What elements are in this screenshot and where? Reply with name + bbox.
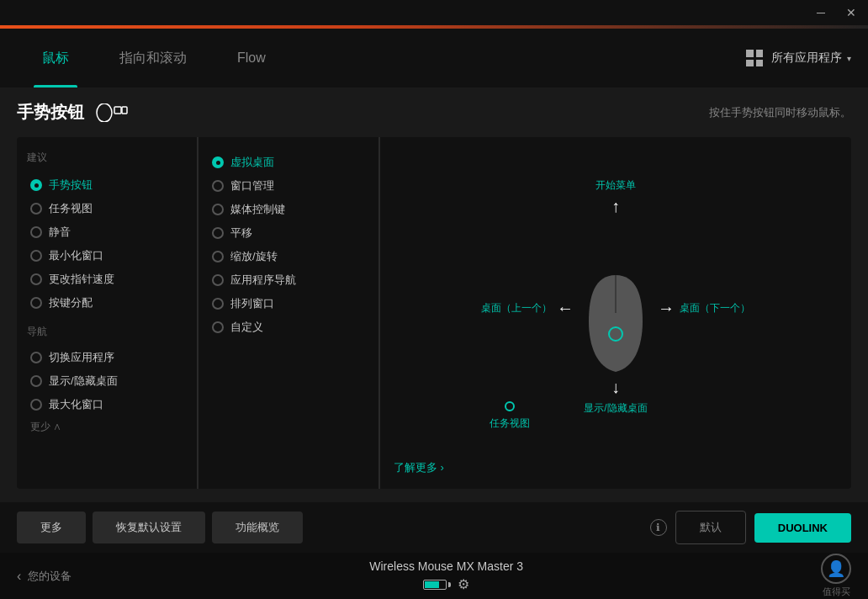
info-icon[interactable]: ℹ (650, 519, 667, 536)
radio-pointer-speed (30, 273, 42, 285)
menu-item-taskview[interactable]: 任务视图 (27, 197, 187, 220)
mid-item-tile[interactable]: 排列窗口 (209, 292, 368, 315)
main-content: 手势按钮 按住手势按钮同时移动鼠标。 建议 手势按钮 任务视图 (0, 87, 868, 502)
right-column: 开始菜单 ↑ 桌面（上一个） ← (380, 137, 851, 489)
left-arrow-icon: ← (557, 298, 574, 317)
section-icon (94, 103, 128, 122)
task-view-label: 任务视图 (490, 417, 530, 429)
right-label: 桌面（下一个） (680, 300, 750, 315)
mid-item-pan[interactable]: 平移 (209, 221, 368, 245)
radio-virtual-desktop (212, 156, 224, 168)
grid-view-icon[interactable] (746, 50, 763, 66)
radio-media (212, 204, 224, 215)
footer-center: Wireless Mouse MX Master 3 ⚙ (71, 559, 821, 592)
title-bar: ─ ✕ (0, 0, 868, 25)
more-toggle[interactable]: 更少 ∧ (27, 416, 187, 437)
radio-zoom (212, 251, 224, 262)
radio-tile (212, 298, 224, 310)
bottom-right: ℹ 默认 DUOLINK (650, 511, 851, 544)
tab-bar: 鼠标 指向和滚动 Flow (17, 29, 291, 87)
gesture-icon (94, 103, 128, 122)
bottom-bar: 更多 恢复默认设置 功能概览 ℹ 默认 DUOLINK (0, 502, 868, 553)
radio-taskview (30, 203, 42, 215)
radio-show-desktop (30, 375, 42, 387)
mouse-diagram: 开始菜单 ↑ 桌面（上一个） ← (481, 178, 750, 448)
battery-icon (423, 580, 451, 590)
back-arrow-icon: ‹ (17, 569, 21, 584)
duolink-button[interactable]: DUOLINK (754, 513, 851, 543)
mid-item-window-manage[interactable]: 窗口管理 (209, 174, 368, 198)
radio-app-nav (212, 274, 224, 286)
radio-window-manage (212, 180, 224, 192)
tab-pointing[interactable]: 指向和滚动 (94, 29, 212, 87)
bluetooth-icon: ⚙ (458, 576, 469, 592)
watermark-text: 值得买 (823, 586, 850, 598)
footer-right: 👤 值得买 (821, 554, 851, 598)
footer: ‹ 您的设备 Wireless Mouse MX Master 3 ⚙ 👤 值得… (0, 553, 868, 599)
tab-mouse[interactable]: 鼠标 (17, 29, 94, 87)
app-selector[interactable]: 所有应用程序 ▾ (771, 50, 851, 66)
menu-item-gesture[interactable]: 手势按钮 (27, 173, 187, 197)
battery-tip (448, 582, 451, 587)
left-label: 桌面（上一个） (481, 300, 552, 315)
device-icons: ⚙ (423, 576, 469, 592)
battery-fill (425, 581, 439, 588)
radio-gesture (30, 179, 42, 191)
tab-flow[interactable]: Flow (212, 29, 291, 87)
radio-switch-app (30, 352, 42, 363)
radio-maximize (30, 399, 42, 411)
close-button[interactable]: ✕ (843, 6, 860, 19)
menu-item-pointer-speed[interactable]: 更改指针速度 (27, 268, 187, 291)
section-header: 手势按钮 按住手势按钮同时移动鼠标。 (17, 101, 851, 124)
svg-rect-1 (114, 107, 121, 114)
right-arrow-icon: → (658, 298, 675, 317)
nav-label: 导航 (27, 325, 187, 339)
menu-item-switch-app[interactable]: 切换应用程序 (27, 346, 187, 369)
battery-bar (423, 580, 447, 590)
left-column: 建议 手势按钮 任务视图 静音 最小化窗口 更改指针速度 (17, 137, 198, 489)
mouse-body-svg (582, 267, 649, 376)
content-panel: 建议 手势按钮 任务视图 静音 最小化窗口 更改指针速度 (17, 137, 851, 489)
header-right: 所有应用程序 ▾ (746, 50, 851, 66)
radio-custom (212, 321, 224, 333)
section-hint: 按住手势按钮同时移动鼠标。 (709, 105, 851, 120)
section-title: 手势按钮 (17, 101, 84, 124)
more-button[interactable]: 更多 (17, 512, 86, 543)
radio-pan (212, 227, 224, 239)
radio-keybind (30, 297, 42, 309)
radio-mute (30, 226, 42, 238)
mid-item-app-nav[interactable]: 应用程序导航 (209, 268, 368, 292)
menu-item-maximize[interactable]: 最大化窗口 (27, 393, 187, 416)
mid-item-virtual-desktop[interactable]: 虚拟桌面 (209, 151, 368, 174)
mid-item-zoom[interactable]: 缩放/旋转 (209, 245, 368, 268)
mid-column: 虚拟桌面 窗口管理 媒体控制键 平移 缩放/旋转 应用程序导航 (198, 137, 379, 489)
radio-minimize (30, 250, 42, 262)
up-arrow-icon: ↑ (611, 197, 620, 215)
menu-item-keybind[interactable]: 按键分配 (27, 291, 187, 315)
task-view-circle (505, 401, 515, 411)
avatar[interactable]: 👤 (821, 554, 851, 584)
menu-item-mute[interactable]: 静音 (27, 220, 187, 244)
menu-item-show-desktop[interactable]: 显示/隐藏桌面 (27, 369, 187, 393)
menu-item-minimize[interactable]: 最小化窗口 (27, 244, 187, 268)
bottom-label: 显示/隐藏桌面 (584, 402, 647, 414)
svg-rect-2 (122, 107, 127, 114)
header: 鼠标 指向和滚动 Flow 所有应用程序 ▾ (0, 29, 868, 87)
svg-point-0 (97, 103, 112, 122)
reset-button[interactable]: 恢复默认设置 (93, 512, 205, 543)
default-button[interactable]: 默认 (675, 511, 746, 544)
top-label: 开始菜单 (595, 179, 636, 191)
chevron-down-icon: ▾ (847, 54, 851, 63)
mid-item-custom[interactable]: 自定义 (209, 315, 368, 339)
my-devices-link[interactable]: ‹ 您的设备 (17, 569, 71, 584)
minimize-button[interactable]: ─ (812, 6, 829, 19)
mid-item-media[interactable]: 媒体控制键 (209, 198, 368, 221)
overview-button[interactable]: 功能概览 (212, 512, 303, 543)
device-name: Wireless Mouse MX Master 3 (369, 559, 523, 573)
learn-more-link[interactable]: 了解更多 › (394, 460, 444, 475)
suggestions-label: 建议 (27, 151, 187, 165)
down-arrow-icon: ↓ (611, 378, 620, 396)
